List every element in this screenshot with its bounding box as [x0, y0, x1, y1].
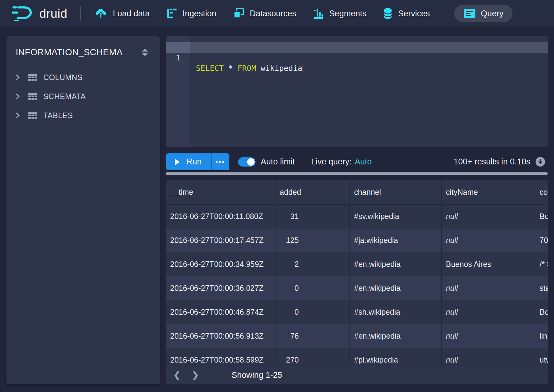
cell-channel: #sh.wikipedia [350, 300, 442, 324]
nav-item-query[interactable]: Query [454, 5, 513, 22]
tree-item-label: SCHEMATA [43, 92, 86, 101]
druid-logo-icon [12, 5, 34, 22]
sql-table-name: wikipedia [261, 64, 302, 73]
cell-cityname: null [442, 276, 535, 300]
double-caret-vertical-icon[interactable] [142, 48, 148, 56]
tree-item-tables[interactable]: TABLES [6, 106, 160, 125]
sql-editor[interactable]: 1 SELECT * FROM wikipedia [166, 36, 548, 147]
cell-added: 2 [275, 252, 350, 276]
cell-channel: #en.wikipedia [350, 324, 442, 348]
column-header-comment[interactable]: comment [535, 180, 548, 205]
sql-text: SELECT * FROM wikipedia [196, 63, 303, 74]
sql-keyword: SELECT [196, 64, 224, 73]
cell-cityname: null [442, 300, 535, 324]
database-icon [383, 8, 393, 19]
cell-cityname: Buenos Aires [442, 252, 535, 276]
stacked-layers-icon [233, 8, 244, 19]
text-cursor [302, 64, 303, 72]
table-row: 2016-06-27T00:00:56.913Z 76 #en.wikipedi… [166, 324, 548, 348]
sql-star: * [228, 64, 233, 73]
cell-cityname: null [442, 324, 535, 348]
query-results-panel: __time added channel cityName comment 20… [166, 180, 548, 384]
schema-title: INFORMATION_SCHEMA [16, 47, 123, 57]
cell-added: 0 [275, 276, 350, 300]
table-header-row: __time added channel cityName comment [166, 180, 548, 205]
nav-item-label: Datasources [250, 9, 296, 18]
auto-limit-toggle[interactable] [238, 157, 256, 167]
tree-item-label: TABLES [43, 111, 73, 120]
cell-added: 76 [275, 324, 350, 348]
druid-console: druid Load data Inge [0, 0, 554, 392]
table-row: 2016-06-27T00:00:46.874Z 0 #sh.wikipedia… [166, 300, 548, 324]
cell-time: 2016-06-27T00:00:36.027Z [166, 276, 275, 300]
cell-time: 2016-06-27T00:00:56.913Z [166, 324, 275, 348]
schema-sidebar: INFORMATION_SCHEMA COLUMNS [6, 36, 160, 384]
cell-added: 125 [275, 229, 350, 252]
cell-comment: /* S [535, 252, 548, 276]
column-header-time[interactable]: __time [166, 180, 275, 205]
table-icon [27, 73, 37, 82]
table-row: 2016-06-27T00:00:34.959Z 2 #en.wikipedia… [166, 252, 548, 276]
cell-channel: #ja.wikipedia [350, 229, 442, 252]
table-row: 2016-06-27T00:00:11.080Z 31 #sv.wikipedi… [166, 205, 548, 229]
nav-item-segments[interactable]: Segments [305, 5, 375, 22]
table-icon [27, 111, 37, 120]
nav-item-label: Query [481, 9, 504, 18]
results-summary: 100+ results in 0.10s [454, 157, 530, 167]
nav-item-label: Segments [329, 9, 367, 18]
nav-item-load-data[interactable]: Load data [87, 5, 158, 22]
toggle-knob [247, 158, 255, 166]
cell-channel: #en.wikipedia [350, 252, 442, 276]
nav-item-label: Services [398, 9, 430, 18]
cell-cityname: null [442, 205, 535, 229]
ingestion-chart-icon [166, 8, 178, 19]
cell-added: 0 [275, 300, 350, 324]
table-row: 2016-06-27T00:00:17.457Z 125 #ja.wikiped… [166, 229, 548, 252]
results-summary-area: 100+ results in 0.10s [454, 153, 545, 170]
cell-cityname: null [442, 229, 535, 252]
column-header-added[interactable]: added [275, 180, 350, 205]
play-icon [175, 159, 180, 165]
nav-item-services[interactable]: Services [375, 5, 438, 22]
run-button-group: Run ••• [166, 153, 229, 170]
druid-logo[interactable]: druid [12, 5, 67, 22]
nav-item-label: Load data [113, 9, 150, 18]
run-button-label: Run [186, 157, 202, 167]
cell-time: 2016-06-27T00:00:46.874Z [166, 300, 275, 324]
navbar: druid Load data Inge [0, 0, 554, 27]
nav-divider [444, 6, 444, 21]
tree-item-columns[interactable]: COLUMNS [6, 68, 160, 87]
cell-comment: stat [535, 276, 548, 300]
panel-resize-handle[interactable] [166, 172, 548, 175]
next-page-button[interactable]: ❯ [189, 370, 202, 380]
column-header-channel[interactable]: channel [350, 180, 442, 205]
cell-added: 31 [275, 205, 350, 229]
table-row: 2016-06-27T00:00:36.027Z 0 #en.wikipedia… [166, 276, 548, 300]
column-header-cityname[interactable]: cityName [442, 180, 535, 205]
chevron-right-icon [16, 93, 20, 99]
tree-item-schemata[interactable]: SCHEMATA [6, 87, 160, 106]
more-dots-icon: ••• [216, 158, 225, 166]
schema-selector[interactable]: INFORMATION_SCHEMA [6, 36, 160, 68]
live-query-value[interactable]: Auto [355, 157, 372, 166]
auto-limit-label: Auto limit [261, 153, 295, 170]
cell-comment: 70. [535, 229, 548, 252]
editor-line-1: 1 SELECT * FROM wikipedia [166, 42, 548, 53]
cell-time: 2016-06-27T00:00:34.959Z [166, 252, 275, 276]
brand-name: druid [39, 7, 67, 21]
prev-page-button[interactable]: ❮ [170, 370, 184, 380]
run-more-button[interactable]: ••• [212, 153, 229, 170]
nav-item-datasources[interactable]: Datasources [224, 5, 305, 22]
nav-item-ingestion[interactable]: Ingestion [158, 5, 225, 22]
live-query: Live query:Auto [311, 153, 372, 170]
nav-divider [80, 6, 81, 21]
live-query-label: Live query: [311, 157, 352, 166]
run-button[interactable]: Run [166, 153, 211, 170]
cell-channel: #sv.wikipedia [350, 205, 442, 229]
chevron-right-icon [16, 112, 20, 118]
cell-time: 2016-06-27T00:00:11.080Z [166, 205, 275, 229]
cell-comment: Bot [535, 205, 548, 229]
cloud-upload-icon [95, 8, 107, 19]
results-scroll-area[interactable]: __time added channel cityName comment 20… [166, 180, 548, 384]
download-circle-icon[interactable] [535, 157, 545, 167]
